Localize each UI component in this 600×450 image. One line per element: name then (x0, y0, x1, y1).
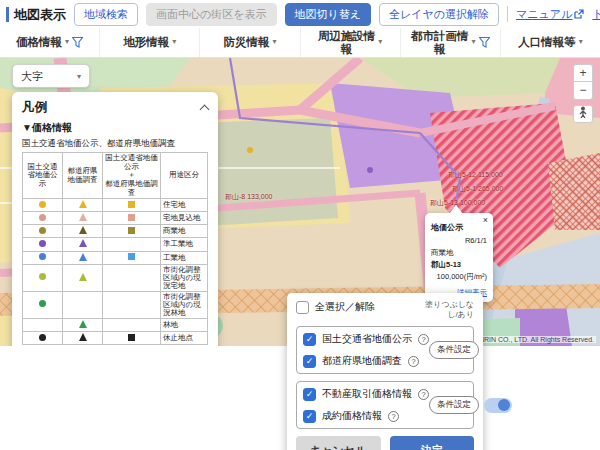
manual-link[interactable]: マニュアル (516, 7, 584, 22)
oaza-select[interactable]: 大字 (12, 64, 90, 88)
filter-icon[interactable] (72, 37, 83, 48)
price-triangle-symbol (79, 239, 87, 247)
map-price-label: 郡山5-12 115,000 (448, 170, 503, 180)
external-link-icon (574, 9, 584, 19)
price-triangle-symbol (79, 213, 87, 221)
legend-col-header: 国土交通省地価公示 (23, 153, 63, 199)
price-triangle-symbol (79, 300, 87, 308)
price-circle-symbol (39, 214, 46, 221)
cancel-button[interactable]: キャンセル (296, 436, 381, 450)
price-circle-symbol (39, 253, 46, 260)
price-square-symbol (128, 273, 135, 280)
select-all-label: 全選択／解除 (315, 300, 375, 314)
price-circle-symbol (39, 240, 46, 247)
layer-menu-bar: 価格情報 地形情報 防災情報 周辺施設情報 都市計画情報 人口情報等 (0, 28, 600, 58)
legend-row: 休止地点 (23, 332, 208, 345)
price-triangle-symbol (79, 253, 87, 261)
popup-date: R6/1/1 (431, 236, 487, 245)
price-square-symbol (128, 201, 135, 208)
price-square-symbol (128, 300, 135, 307)
price-triangle-symbol (79, 226, 87, 234)
area-search-button[interactable]: 地域検索 (74, 3, 138, 26)
legend-subtitle: 国土交通省地価公示、都道府県地価調査 (22, 138, 208, 150)
use-category-label: 林地 (161, 319, 208, 332)
legend-row: 商業地 (23, 225, 208, 238)
help-icon[interactable]: ? (418, 334, 429, 345)
layer-toggle[interactable] (484, 398, 512, 413)
menu-city-plan-info[interactable]: 都市計画情報 (401, 28, 501, 57)
legend-row: 市街化調整区域内の現況林地 (23, 291, 208, 318)
menu-terrain-info[interactable]: 地形情報 (100, 28, 200, 57)
fill-note: 塗りつぶしなし/あり (422, 300, 474, 320)
chevron-down-icon (378, 38, 382, 47)
map-switch-button[interactable]: 地図切り替え (285, 3, 372, 26)
koji-checkbox[interactable] (303, 333, 316, 346)
chevron-down-icon (472, 38, 476, 47)
use-category-label: 宅地見込地 (161, 212, 208, 225)
divider (507, 6, 508, 22)
condition-settings-button[interactable]: 条件設定 (429, 396, 479, 414)
popup-tail (449, 205, 463, 214)
legend-row: 住宅地 (23, 199, 208, 212)
help-icon[interactable]: ? (388, 411, 399, 422)
deselect-all-layers-button[interactable]: 全レイヤの選択解除 (379, 3, 499, 26)
land-price-popup: × 地価公示 R6/1/1 商業地 郡山5-13 100,000(円/m²) 詳… (425, 213, 493, 302)
layer-group-transaction: 不動産取引価格情報 ? 成約価格情報 ? 条件設定 (296, 381, 474, 429)
zoom-in-button[interactable]: + (573, 64, 593, 82)
toggle-knob (498, 399, 510, 411)
map-zoom-controls: + − (573, 64, 593, 123)
legend-title: 凡例 (22, 99, 47, 116)
price-square-symbol (128, 321, 135, 328)
price-triangle-symbol (79, 333, 87, 341)
menu-disaster-info[interactable]: 防災情報 (200, 28, 300, 57)
menu-population-info[interactable]: 人口情報等 (501, 28, 600, 57)
price-triangle-symbol (79, 320, 87, 328)
confirm-button[interactable]: 決定 (390, 436, 475, 450)
street-view-button[interactable] (573, 105, 593, 123)
price-circle-symbol (39, 300, 46, 307)
price-square-symbol (128, 240, 135, 247)
zoom-out-button[interactable]: − (573, 82, 593, 100)
chousa-checkbox[interactable] (303, 355, 316, 368)
map-price-label: 郡山-8 133,000 (225, 192, 272, 202)
legend-col-header: 用途区分 (161, 153, 208, 199)
legend-section-price[interactable]: ▼価格情報 (22, 121, 208, 135)
legend-panel: 凡例 ▼価格情報 国土交通省地価公示、都道府県地価調査 国土交通省地価公示 都道… (12, 92, 218, 346)
price-circle-symbol (39, 201, 46, 208)
contract-price-checkbox[interactable] (303, 410, 316, 423)
popup-title: 地価公示 (431, 222, 487, 233)
legend-row: 準工業地 (23, 238, 208, 251)
transaction-price-checkbox[interactable] (303, 388, 316, 401)
filter-icon[interactable] (479, 37, 490, 48)
use-category-label: 準工業地 (161, 238, 208, 251)
price-circle-symbol (39, 321, 46, 328)
condition-settings-button[interactable]: 条件設定 (429, 341, 479, 359)
use-category-label: 工業地 (161, 251, 208, 264)
legend-col-header: 国土交通省地価公示＋都道府県地価調査 (103, 153, 161, 199)
layer-group-koji: 国土交通省地価公示 ? 都道府県地価調査 ? 条件設定 (296, 326, 474, 374)
header-bar: 地図表示 地域検索 画面中心の街区を表示 地図切り替え 全レイヤの選択解除 マニ… (0, 0, 600, 28)
help-icon[interactable]: ? (418, 389, 429, 400)
menu-facility-info[interactable]: 周辺施設情報 (301, 28, 401, 57)
use-category-label: 休止地点 (161, 332, 208, 345)
legend-col-header: 都道府県地価調査 (63, 153, 103, 199)
use-category-label: 市街化調整区域内の現況宅地 (161, 264, 208, 291)
close-icon[interactable]: × (483, 216, 488, 225)
select-all-checkbox[interactable] (296, 301, 309, 314)
legend-row: 工業地 (23, 251, 208, 264)
help-icon[interactable]: ? (408, 356, 419, 367)
price-square-symbol (128, 253, 135, 260)
popup-use-category: 商業地 (431, 248, 487, 258)
chevron-down-icon (65, 38, 69, 47)
price-circle-symbol (39, 227, 46, 234)
price-circle-symbol (39, 334, 46, 341)
price-triangle-symbol (79, 273, 87, 281)
use-category-label: 商業地 (161, 225, 208, 238)
popup-price: 100,000(円/m²) (431, 272, 487, 282)
top-link[interactable]: トップへ (592, 7, 600, 22)
collapse-icon[interactable] (200, 105, 210, 115)
pegman-icon (578, 106, 588, 118)
legend-row: 市街化調整区域内の現況宅地 (23, 264, 208, 291)
menu-price-info[interactable]: 価格情報 (0, 28, 100, 57)
price-square-symbol (128, 214, 135, 221)
